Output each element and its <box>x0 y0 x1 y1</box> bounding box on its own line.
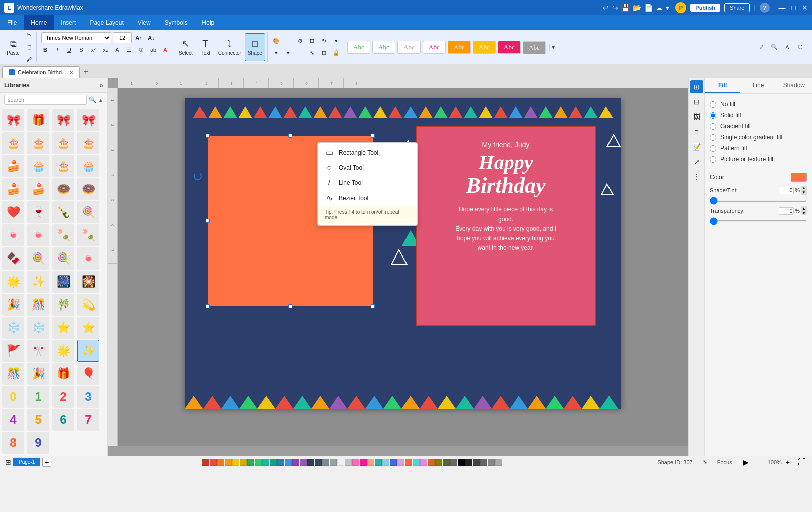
palette-color[interactable] <box>210 459 217 466</box>
palette-color[interactable] <box>480 459 487 466</box>
layer-icon[interactable]: ≡ <box>690 125 703 138</box>
open-icon[interactable]: 📂 <box>633 4 641 12</box>
palette-color[interactable] <box>375 459 382 466</box>
no-fill-radio[interactable] <box>710 101 716 108</box>
sticker-item[interactable]: 0 <box>2 386 24 408</box>
single-color-radio[interactable] <box>710 134 716 141</box>
sticker-item[interactable]: ❄️ <box>27 317 49 339</box>
scroll-up-btn[interactable]: ▲ <box>98 97 103 103</box>
rotate-btn[interactable]: ↻ <box>319 36 330 47</box>
fit-icon[interactable]: ⤡ <box>703 459 707 465</box>
sticker-item[interactable]: 🎂 <box>2 132 24 154</box>
palette-color[interactable] <box>240 459 247 466</box>
italic-btn[interactable]: I <box>52 44 63 55</box>
sticker-item[interactable]: 🍬 <box>77 247 99 270</box>
more-effects-btn[interactable]: ⚙ <box>295 36 306 47</box>
sticker-item[interactable]: 4 <box>2 409 24 431</box>
arrange-btn[interactable]: ⊟ <box>319 48 330 59</box>
copy-btn[interactable]: ⬚ <box>23 42 34 53</box>
select-tool-btn[interactable]: ↖ Select <box>176 33 195 61</box>
single-color-gradient-option[interactable]: Single color gradient fill <box>710 132 807 143</box>
rectangle-tool-btn[interactable]: ▭ Rectangle Tool <box>318 145 417 160</box>
shape-effects-btn[interactable]: ✦ <box>271 48 282 59</box>
superscript-btn[interactable]: x² <box>88 44 99 55</box>
zoom-out-btn[interactable]: — <box>756 458 765 466</box>
sticker-item[interactable]: 🍡 <box>77 224 99 246</box>
palette-color[interactable] <box>488 459 495 466</box>
sticker-item[interactable]: 9 <box>27 432 49 454</box>
sticker-item[interactable]: 💫 <box>77 294 99 316</box>
menu-insert[interactable]: Insert <box>54 15 83 30</box>
sticker-item[interactable]: 🍡 <box>52 224 74 246</box>
line-tool-btn[interactable]: / Line Tool <box>318 175 417 190</box>
pattern-fill-radio[interactable] <box>710 145 716 152</box>
sticker-item[interactable]: 🎇 <box>77 271 99 293</box>
decrease-font-btn[interactable]: A↓ <box>146 32 157 43</box>
publish-button[interactable]: Publish <box>690 4 720 12</box>
palette-color[interactable] <box>397 459 404 466</box>
palette-color[interactable] <box>315 459 322 466</box>
sticker-item[interactable]: 5 <box>27 409 49 431</box>
sticker-item[interactable]: 1 <box>27 386 49 408</box>
close-btn[interactable]: ✕ <box>802 4 808 12</box>
sticker-item[interactable]: 🎂 <box>27 132 49 154</box>
sticker-item[interactable]: 🎋 <box>52 294 74 316</box>
sticker-item[interactable]: ✨ <box>27 271 49 293</box>
palette-color[interactable] <box>322 459 329 466</box>
trans-up-btn[interactable]: ▲ <box>801 206 807 211</box>
style-abc-red[interactable]: Abc <box>498 41 521 54</box>
sticker-item[interactable]: 🎂 <box>52 132 74 154</box>
sticker-item[interactable]: 🎀 <box>52 109 74 131</box>
color-swatch[interactable] <box>791 173 807 182</box>
sticker-item[interactable]: ⭐ <box>77 317 99 339</box>
palette-color[interactable] <box>202 459 209 466</box>
menu-file[interactable]: File <box>0 15 24 30</box>
page-1-tab[interactable]: Page-1 <box>13 458 40 466</box>
palette-color[interactable] <box>413 459 420 466</box>
palette-color[interactable] <box>495 459 502 466</box>
fill-panel-icon[interactable]: ⊞ <box>690 80 703 93</box>
sticker-item[interactable]: 🎊 <box>27 294 49 316</box>
bold-btn[interactable]: B <box>40 44 51 55</box>
sticker-item[interactable]: 8 <box>2 432 24 454</box>
minimize-btn[interactable]: — <box>779 4 786 12</box>
transparency-input[interactable] <box>779 207 794 215</box>
palette-color[interactable] <box>360 459 367 466</box>
palette-color[interactable] <box>473 459 480 466</box>
play-btn[interactable]: ▶ <box>742 458 750 466</box>
clear-format-btn[interactable]: ≡ <box>158 32 169 43</box>
palette-color[interactable] <box>247 459 254 466</box>
sticker-item[interactable]: 🧁 <box>77 155 99 177</box>
sidebar-scroll[interactable]: 🎀 🎁 🎀 🎀 🎂 🎂 🎂 🎂 🍰 🧁 🎂 🧁 🍰 🍰 🍩 🍩 <box>0 107 107 456</box>
transparency-slider[interactable] <box>710 220 807 222</box>
handle-tr[interactable] <box>371 134 375 138</box>
sticker-item[interactable]: 🎆 <box>52 271 74 293</box>
picture-fill-option[interactable]: Picture or texture fill <box>710 154 807 165</box>
tab-close-icon[interactable]: ✕ <box>69 70 73 75</box>
palette-color[interactable] <box>292 459 299 466</box>
font-color-btn[interactable]: A <box>160 44 171 55</box>
new-icon[interactable]: 📄 <box>644 4 653 12</box>
palette-color[interactable] <box>367 459 374 466</box>
add-page-btn[interactable]: + <box>42 458 51 467</box>
sticker-item[interactable]: 🎀 <box>2 109 24 131</box>
more-pos-btn[interactable]: ▾ <box>331 36 342 47</box>
bullets-btn[interactable]: ☰ <box>124 44 135 55</box>
search-icon[interactable]: 🔍 <box>89 96 96 103</box>
sticker-item[interactable]: 🎊 <box>2 363 24 385</box>
text-bg-btn[interactable]: ab <box>148 44 159 55</box>
shape-effects2-btn[interactable]: ✦ <box>283 48 294 59</box>
menu-page-layout[interactable]: Page Layout <box>83 15 130 30</box>
share-button[interactable]: Share <box>724 3 750 12</box>
style-abc-yellow[interactable]: Abc <box>473 41 496 54</box>
line-tab[interactable]: Line <box>740 78 776 93</box>
sticker-item[interactable]: 7 <box>77 409 99 431</box>
canvas-area[interactable]: -1 -0 1 2 3 4 5 6 7 8 1 2 3 4 5 6 7 <box>108 78 688 456</box>
shade-tint-slider[interactable] <box>710 200 807 202</box>
sticker-item[interactable]: 🌟 <box>52 340 74 362</box>
font-family-select[interactable]: Times New Roman Arial Calibri <box>41 32 111 43</box>
shade-down-btn[interactable]: ▼ <box>801 190 807 195</box>
fit-screen-btn[interactable]: ⤢ <box>756 42 767 53</box>
numbering-btn[interactable]: ① <box>136 44 147 55</box>
palette-color[interactable] <box>217 459 224 466</box>
